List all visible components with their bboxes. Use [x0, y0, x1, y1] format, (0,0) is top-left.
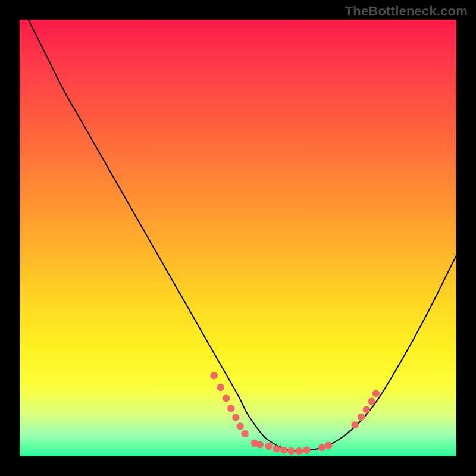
- chart-stage: TheBottleneck.com: [0, 0, 476, 476]
- watermark-text: TheBottleneck.com: [345, 4, 468, 19]
- plot-area: [20, 20, 456, 456]
